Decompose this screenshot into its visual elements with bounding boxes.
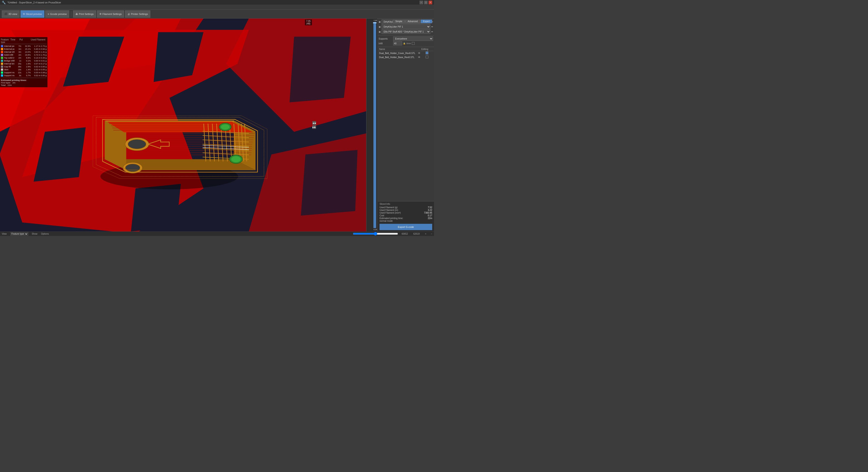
- cube-icon: ⬛: [4, 12, 7, 15]
- feature-row-9: Support material 22s 1.7% 0.03 m 0.08 g: [1, 71, 46, 74]
- options-label[interactable]: Options: [41, 232, 49, 235]
- zoom-in-button[interactable]: +: [425, 232, 426, 235]
- 3d-view-button[interactable]: ⬛ 3D view: [2, 10, 20, 18]
- feature-fil-0: 1.17 m 2.73 g: [31, 45, 46, 47]
- si-row-filament-mm3: Used Filament (mm³) 7300.95: [379, 212, 432, 214]
- sliced-preview-button[interactable]: ⧉ Sliced preview: [21, 10, 44, 18]
- bottom-layer-slider[interactable]: [353, 233, 398, 234]
- feature-name-8: Skirt: [4, 68, 14, 71]
- titlebar: 🔧 *Untitled - SuperSlicer_2.4 based on P…: [0, 0, 434, 5]
- feature-fil-8: 0.02 m 0.05 g: [31, 68, 46, 71]
- printer-edit-icon-3[interactable]: ✏: [431, 31, 433, 33]
- infill-lock-icon: 🔒: [403, 42, 405, 44]
- maximize-button[interactable]: □: [424, 1, 428, 4]
- feature-time-6: 25s: [14, 63, 21, 65]
- svg-point-58: [221, 124, 229, 129]
- collapse-right-button[interactable]: ▶▶: [312, 125, 316, 129]
- view-type-select[interactable]: Feature type: [10, 232, 28, 236]
- feature-name-6: Internal bridge infill: [4, 62, 14, 65]
- printer-checkbox-1[interactable]: ▣: [379, 21, 381, 23]
- simple-mode-button[interactable]: Simple: [393, 20, 405, 23]
- advanced-mode-button[interactable]: Advanced: [405, 20, 420, 23]
- feature-header: Feature type Time Pct Used Filament: [1, 38, 46, 44]
- feature-time-7: 38s: [14, 66, 21, 68]
- feature-row-10: Support material interface 9s 0.7% 0.02 …: [1, 74, 46, 77]
- collapse-left-button[interactable]: ◀◀: [312, 121, 316, 125]
- si-row-time: Estimated printing time: 22m: [379, 217, 432, 220]
- print-settings-button[interactable]: 🖶 Print Settings: [73, 10, 96, 18]
- si-label-mode: normal mode: [379, 220, 393, 222]
- si-val-fm: 3.22: [428, 209, 432, 211]
- feature-row-0: Internal perimeter 7m 32.9% 1.17 m 2.73 …: [1, 44, 46, 48]
- feature-row-5: Bridge infill 1s 0.1% 0.00 m 0.01 g: [1, 59, 46, 62]
- 3d-view-label: 3D view: [8, 13, 17, 15]
- obj-eye-0[interactable]: 👁: [418, 52, 421, 55]
- viewport[interactable]: 7.05 (48) ◀◀ ▶▶: [0, 19, 373, 231]
- feature-fil-10: 0.02 m 0.05 g: [31, 74, 46, 76]
- feature-pct-5: 0.1%: [21, 60, 31, 62]
- feature-color-5: [1, 60, 3, 62]
- editing-checkbox-0[interactable]: [426, 52, 428, 54]
- printer-settings-button[interactable]: 🖨 Printer Settings: [125, 10, 150, 18]
- first-layer-val: 2m: [12, 82, 16, 84]
- supports-select[interactable]: Everywhere: [393, 36, 433, 41]
- feature-time-9: 22s: [14, 71, 21, 74]
- toolbar: ⬛ 3D view ⧉ Sliced preview ≡ Gcode previ…: [0, 9, 434, 19]
- si-label-fmm3: Used Filament (mm³): [379, 212, 401, 214]
- statusbar: View Feature type Show Options 60652 626…: [0, 231, 434, 236]
- svg-marker-12: [301, 150, 358, 216]
- obj-eye-1[interactable]: 👁: [418, 56, 421, 59]
- minimize-button[interactable]: −: [420, 1, 423, 4]
- feature-name-10: Support material interface: [4, 74, 14, 76]
- feature-row-6: Internal bridge infill 25s 1.9% 0.07 m 0…: [1, 62, 46, 65]
- feature-name-1: External perimeter: [4, 48, 14, 50]
- statusbar-slider[interactable]: [353, 232, 398, 235]
- si-label-fm: Used Filament (m): [379, 209, 398, 211]
- expert-mode-button[interactable]: Expert: [421, 20, 432, 23]
- layer-value: 7.05: [306, 20, 311, 22]
- titlebar-controls[interactable]: − □ ✕: [420, 1, 432, 4]
- feature-row-3: Solid infill 4m 19.8% 0.73 m 1.70 g: [1, 53, 46, 56]
- printer-checkbox-2[interactable]: ▣: [379, 26, 381, 28]
- svg-point-60: [231, 156, 241, 162]
- obj-row-0[interactable]: Dual_Belt_Holder_Cover_Rev8.STL 👁: [378, 51, 434, 55]
- col-time: Time: [10, 38, 20, 43]
- layer-slider-track[interactable]: [373, 22, 376, 228]
- gcode-preview-button[interactable]: ≡ Gcode preview: [45, 10, 69, 18]
- feature-pct-3: 19.8%: [21, 54, 31, 56]
- printer-checkbox-3[interactable]: ▣: [379, 31, 381, 33]
- feature-pct-2: 13.0%: [21, 51, 31, 53]
- obj-row-1[interactable]: Dual_Belt_Holder_Base_Rev8.STL 👁: [378, 55, 434, 59]
- filament-settings-button[interactable]: ⊛ Filament Settings: [97, 10, 124, 18]
- printer-settings-label: Printer Settings: [131, 13, 148, 15]
- export-gcode-button[interactable]: Export G-code: [379, 224, 432, 230]
- feature-pct-8: 1.4%: [21, 68, 31, 71]
- feature-pct-6: 1.9%: [21, 63, 31, 65]
- layer-slider[interactable]: 7.05 0.25: [366, 19, 377, 231]
- gcode-number: 60652: [402, 232, 408, 235]
- checkbox-infill[interactable]: [412, 42, 414, 45]
- mode-toggle[interactable]: Simple Advanced Expert: [393, 20, 432, 23]
- collapse-arrows[interactable]: ◀◀ ▶▶: [312, 121, 316, 129]
- si-row-filament-g: Used Filament (g) 7.52: [379, 206, 432, 209]
- export-gcode-label: Export G-code: [398, 226, 414, 228]
- printer-edit-icon-2[interactable]: ✏: [431, 26, 433, 28]
- zoom-out-button[interactable]: −: [431, 232, 432, 235]
- feature-name-3: Solid infill: [4, 54, 14, 56]
- obj-edit-check-1[interactable]: [421, 56, 433, 59]
- feature-color-4: [1, 57, 3, 59]
- svg-point-35: [128, 139, 146, 149]
- obj-name-0: Dual_Belt_Holder_Cover_Rev8.STL: [379, 52, 417, 55]
- printer-select-2[interactable]: DirtyKityLitter PIF 1: [381, 24, 430, 29]
- feature-row-8: Skirt 18s 1.4% 0.02 m 0.05 g: [1, 68, 46, 71]
- feature-rows: Internal perimeter 7m 32.9% 1.17 m 2.73 …: [1, 44, 46, 77]
- supports-label: Supports: [379, 37, 392, 40]
- editing-checkbox-1[interactable]: [426, 56, 428, 58]
- printer-select-3[interactable]: Ellis PIF Stuff ABS * DirtyKityLitter PI…: [381, 29, 430, 34]
- infill-input[interactable]: [393, 41, 402, 45]
- feature-fil-9: 0.03 m 0.08 g: [31, 71, 46, 74]
- obj-edit-check-0[interactable]: [421, 52, 433, 55]
- print-icon: 🖶: [75, 13, 78, 15]
- col-pct: Pct: [20, 38, 31, 43]
- close-button[interactable]: ✕: [429, 1, 432, 4]
